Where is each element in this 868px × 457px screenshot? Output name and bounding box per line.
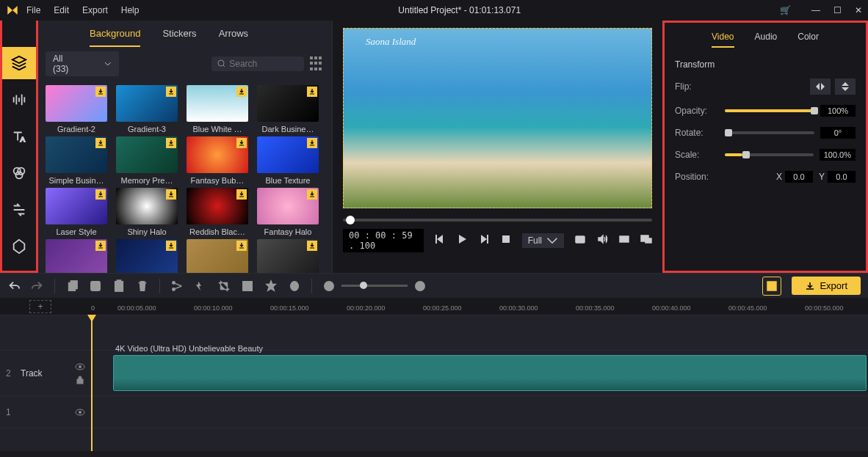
menu-edit[interactable]: Edit	[54, 5, 69, 15]
play-icon[interactable]	[456, 233, 468, 248]
rotate-value[interactable]: 0°	[820, 127, 856, 139]
thumbnail[interactable]	[257, 239, 319, 273]
add-icon[interactable]	[89, 279, 102, 293]
add-track-button[interactable]: +	[29, 300, 51, 313]
download-icon[interactable]	[307, 87, 317, 97]
maximize-icon[interactable]: ☐	[833, 5, 842, 15]
download-icon[interactable]	[95, 87, 106, 97]
thumbnail[interactable]: Fantasy Bub…	[187, 136, 248, 185]
thumbnail[interactable]: Gradient-3	[116, 85, 178, 134]
download-icon[interactable]	[236, 189, 247, 200]
rotate-slider[interactable]	[725, 131, 814, 134]
download-icon[interactable]	[95, 138, 106, 148]
flip-horizontal-button[interactable]	[810, 78, 831, 95]
download-icon[interactable]	[236, 87, 247, 97]
sidebar-transitions[interactable]	[2, 194, 36, 226]
detach-icon[interactable]	[618, 233, 630, 248]
filter-dropdown[interactable]: All (33)	[46, 51, 119, 76]
close-icon[interactable]: ✕	[855, 5, 862, 15]
snapshot-icon[interactable]	[574, 233, 586, 248]
scrub-bar[interactable]	[343, 219, 652, 222]
menu-file[interactable]: File	[26, 5, 40, 15]
preview-canvas[interactable]: Saona Island	[343, 28, 652, 208]
props-tab-audio[interactable]: Audio	[755, 32, 778, 48]
scale-slider[interactable]	[725, 153, 814, 156]
thumbnail[interactable]: Gradient-2	[46, 85, 107, 134]
speed-icon[interactable]	[194, 279, 207, 293]
zoom-slider[interactable]	[341, 285, 408, 287]
download-icon[interactable]	[236, 241, 247, 251]
search-input-wrap[interactable]	[211, 56, 304, 71]
thumbnail[interactable]: Blue White …	[187, 85, 248, 134]
props-tab-video[interactable]: Video	[712, 32, 734, 48]
sidebar-audio[interactable]	[2, 84, 36, 116]
opacity-value[interactable]: 100%	[820, 105, 856, 117]
minimize-icon[interactable]: —	[811, 5, 820, 15]
thumbnail[interactable]	[116, 239, 178, 273]
eye-icon[interactable]	[75, 407, 85, 417]
undo-icon[interactable]	[7, 279, 21, 293]
scale-value[interactable]: 100.0%	[820, 149, 856, 161]
media-tab-stickers[interactable]: Stickers	[162, 28, 196, 47]
thumbnail[interactable]	[46, 239, 107, 273]
opacity-slider[interactable]	[725, 109, 814, 112]
fit-dropdown[interactable]: Full	[522, 233, 564, 248]
cart-icon[interactable]: 🛒	[780, 5, 791, 15]
download-icon[interactable]	[95, 189, 106, 200]
menu-export[interactable]: Export	[82, 5, 108, 15]
volume-icon[interactable]	[596, 233, 608, 248]
download-icon[interactable]	[166, 87, 176, 97]
playhead[interactable]	[91, 315, 93, 451]
timeline-settings-button[interactable]	[762, 277, 781, 296]
timeline-ruler[interactable]: + 0 00:00:05.00000:00:10.00000:00:15.000…	[0, 298, 868, 315]
sidebar-text[interactable]: A	[2, 120, 36, 153]
flip-vertical-button[interactable]	[835, 78, 856, 95]
redo-icon[interactable]	[31, 279, 44, 293]
pip-icon[interactable]	[640, 233, 652, 248]
props-tab-color[interactable]: Color	[798, 32, 819, 48]
view-grid-icon[interactable]	[310, 56, 325, 71]
thumbnail[interactable]: Fantasy Halo	[257, 188, 319, 236]
download-icon[interactable]	[166, 241, 176, 251]
crop-icon[interactable]	[217, 279, 231, 293]
thumbnail[interactable]: Dark Busine…	[257, 85, 319, 134]
download-icon[interactable]	[307, 138, 317, 148]
menu-help[interactable]: Help	[121, 5, 140, 15]
download-icon[interactable]	[166, 189, 176, 200]
pos-x-value[interactable]: 0.0	[785, 171, 813, 183]
next-frame-icon[interactable]	[478, 233, 490, 248]
download-icon[interactable]	[95, 241, 106, 251]
media-tab-arrows[interactable]: Arrows	[219, 28, 248, 47]
search-input[interactable]	[229, 59, 298, 69]
mark-icon[interactable]	[264, 279, 278, 293]
thumbnail[interactable]: Blue Texture	[257, 136, 319, 185]
prev-frame-icon[interactable]	[434, 233, 446, 248]
pos-y-value[interactable]: 0.0	[828, 171, 856, 183]
thumbnail[interactable]: Memory Pre…	[116, 136, 178, 185]
zoom-in-icon[interactable]	[413, 279, 427, 293]
download-icon[interactable]	[166, 138, 176, 148]
export-button[interactable]: Export	[792, 277, 861, 295]
thumbnail[interactable]	[187, 239, 248, 273]
mosaic-icon[interactable]	[241, 279, 254, 293]
thumbnail[interactable]: Reddish Blac…	[187, 188, 248, 236]
paste-icon[interactable]	[112, 279, 126, 293]
sidebar-filters[interactable]	[2, 157, 36, 189]
stop-icon[interactable]	[500, 233, 512, 248]
thumbnail[interactable]: Laser Style	[46, 188, 107, 236]
thumbnail[interactable]: Shiny Halo	[116, 188, 178, 236]
eye-icon[interactable]	[75, 362, 85, 372]
timeline-clip[interactable]: 4K Video (Ultra HD) Unbelievable Beauty	[113, 355, 867, 391]
lock-icon[interactable]	[75, 375, 85, 385]
media-tab-background[interactable]: Background	[90, 28, 140, 47]
download-icon[interactable]	[307, 189, 317, 200]
download-icon[interactable]	[236, 138, 247, 148]
tag-icon[interactable]	[288, 279, 301, 293]
zoom-out-icon[interactable]	[322, 279, 336, 293]
delete-icon[interactable]	[136, 279, 149, 293]
thumbnail[interactable]: Simple Busin…	[46, 136, 107, 185]
sidebar-elements[interactable]	[2, 230, 36, 263]
copy-icon[interactable]	[65, 279, 79, 293]
sidebar-backgrounds[interactable]	[2, 47, 36, 79]
split-icon[interactable]	[170, 279, 184, 293]
